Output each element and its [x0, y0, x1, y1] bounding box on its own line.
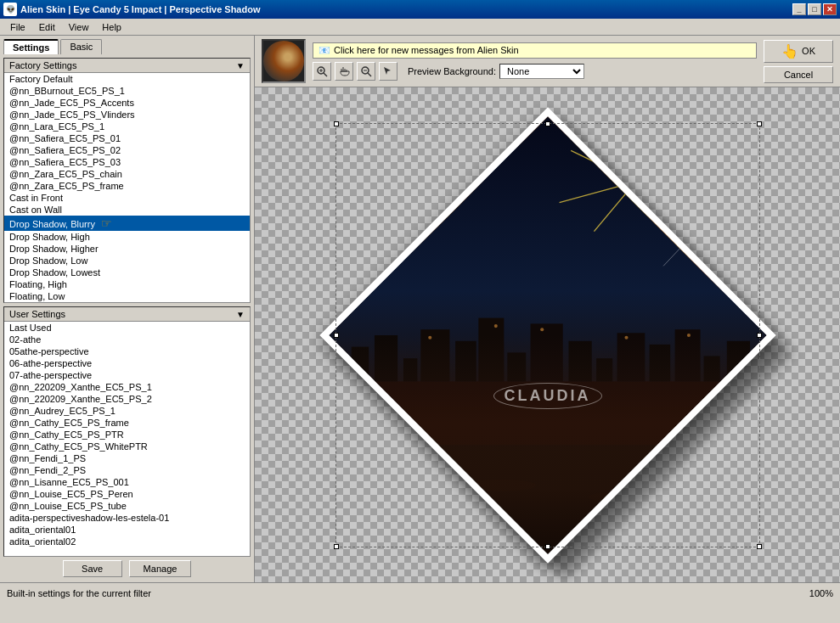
zoom-icon — [316, 65, 328, 77]
svg-line-5 — [368, 73, 371, 76]
message-text: Click here for new messages from Alien S… — [334, 45, 519, 55]
zoom-tool-button[interactable] — [313, 62, 331, 81]
app-icon: 👽 — [3, 3, 17, 16]
list-item[interactable]: @nn_Fendi_2_PS — [4, 464, 250, 476]
list-item[interactable]: @nn_Audrey_EC5_PS_1 — [4, 405, 250, 417]
list-item[interactable]: @nn_Lara_EC5_PS_1 — [4, 121, 250, 132]
magnify-icon — [360, 65, 372, 77]
diamond-container — [386, 174, 709, 497]
list-item[interactable]: @nn_Jade_EC5_PS_Vlinders — [4, 109, 250, 121]
preview-bg-select[interactable]: None White Black Custom — [499, 64, 584, 79]
list-item[interactable]: @nn_Louise_EC5_PS_tube — [4, 500, 250, 512]
arrow-tool-button[interactable] — [379, 62, 397, 81]
maximize-button[interactable]: □ — [808, 3, 821, 15]
ok-hand-icon: 👆 — [781, 43, 798, 59]
arrow-icon — [382, 65, 394, 77]
list-item[interactable]: @nn_Cathy_EC5_PS_WhitePTR — [4, 441, 250, 452]
menu-help[interactable]: Help — [95, 20, 128, 34]
factory-settings-label: Factory Settings — [9, 60, 76, 70]
message-bar: 📧 Click here for new messages from Alien… — [313, 42, 757, 81]
list-item[interactable]: Drop Shadow, High — [4, 231, 250, 243]
menu-view[interactable]: View — [62, 20, 96, 34]
user-settings-header: User Settings ▼ — [4, 307, 250, 322]
bottom-buttons: Save Manage — [3, 557, 251, 579]
fireworks-image — [328, 115, 767, 554]
list-item[interactable]: @nn_Cathy_EC5_PS_PTR — [4, 429, 250, 441]
preview-area[interactable]: CLAUDIA — [255, 87, 840, 582]
ok-button[interactable]: 👆 OK — [764, 40, 833, 63]
list-item[interactable]: adita-perspectiveshadow-les-estela-01 — [4, 512, 250, 524]
list-item[interactable]: 05athe-perspective — [4, 345, 250, 357]
selection-arrow-icon: ☞ — [101, 216, 112, 230]
list-item[interactable]: @nn_Lisanne_EC5_PS_001 — [4, 476, 250, 488]
list-item[interactable]: adita_oriental02 — [4, 536, 250, 547]
list-item[interactable]: Floating, High — [4, 278, 250, 290]
hand-icon — [338, 65, 350, 77]
list-item[interactable]: @nn_220209_Xanthe_EC5_PS_1 — [4, 381, 250, 393]
magnify-tool-button[interactable] — [357, 62, 375, 81]
scroll-icon[interactable]: ▼ — [236, 61, 245, 70]
svg-line-1 — [324, 73, 327, 76]
save-button[interactable]: Save — [63, 560, 122, 577]
preview-thumb-image — [263, 41, 304, 81]
message-icon: 📧 — [319, 45, 330, 56]
minimize-button[interactable]: _ — [792, 3, 806, 15]
list-item[interactable]: Drop Shadow, Low — [4, 255, 250, 267]
list-item[interactable]: @nn_Cathy_EC5_PS_frame — [4, 417, 250, 429]
main-container: Settings Basic Factory Settings ▼ Factor… — [0, 36, 840, 582]
list-item[interactable]: Cast in Front — [4, 192, 250, 204]
list-item[interactable]: @nn_BBurnout_EC5_PS_1 — [4, 85, 250, 97]
user-scroll-icon[interactable]: ▼ — [236, 310, 245, 319]
list-item[interactable]: @nn_Fendi_1_PS — [4, 452, 250, 464]
list-item[interactable]: Factory Default — [4, 73, 250, 85]
cancel-button[interactable]: Cancel — [764, 66, 833, 83]
list-item[interactable]: Floating, Low — [4, 290, 250, 302]
list-item[interactable]: @nn_Louise_EC5_PS_Peren — [4, 488, 250, 500]
factory-settings-scroll[interactable]: Factory Default @nn_BBurnout_EC5_PS_1 @n… — [4, 73, 250, 302]
factory-settings-header: Factory Settings ▼ — [4, 59, 250, 73]
tab-basic[interactable]: Basic — [60, 39, 102, 54]
list-item[interactable]: 02-athe — [4, 334, 250, 345]
diamond-inner — [328, 115, 767, 554]
close-button[interactable]: ✕ — [823, 3, 837, 15]
top-bar: 📧 Click here for new messages from Alien… — [255, 36, 840, 87]
left-panel: Settings Basic Factory Settings ▼ Factor… — [0, 36, 255, 582]
title-bar: 👽 Alien Skin | Eye Candy 5 Impact | Pers… — [0, 0, 840, 19]
list-item[interactable]: adita_oriental01 — [4, 524, 250, 536]
factory-settings-section: Factory Settings ▼ Factory Default @nn_B… — [3, 58, 251, 303]
list-item[interactable]: @nn_Safiera_EC5_PS_03 — [4, 156, 250, 168]
list-item[interactable]: Drop Shadow, Higher — [4, 243, 250, 255]
status-text: Built-in settings for the current filter — [7, 588, 151, 598]
user-settings-section: User Settings ▼ Last Used 02-athe 05athe… — [3, 306, 251, 557]
list-item[interactable]: @nn_Zara_EC5_PS_frame — [4, 180, 250, 192]
title-text: Alien Skin | Eye Candy 5 Impact | Perspe… — [20, 4, 260, 14]
list-item[interactable]: @nn_220209_Xanthe_EC5_PS_2 — [4, 393, 250, 405]
list-item[interactable]: 06-athe-perspective — [4, 357, 250, 369]
diamond-frame — [319, 107, 775, 563]
list-item-selected[interactable]: Drop Shadow, Blurry ☞ — [4, 216, 250, 231]
user-settings-scroll[interactable]: Last Used 02-athe 05athe-perspective 06-… — [4, 322, 250, 556]
svg-line-18 — [651, 185, 701, 226]
list-item[interactable]: Drop Shadow, Lowest — [4, 267, 250, 278]
menu-edit[interactable]: Edit — [32, 20, 62, 34]
tools-row: Preview Background: None White Black Cus… — [313, 62, 757, 81]
menu-bar: File Edit View Help — [0, 19, 840, 36]
hand-tool-button[interactable] — [335, 62, 353, 81]
list-item[interactable]: Cast on Wall — [4, 204, 250, 216]
list-item[interactable]: @nn_Jade_EC5_PS_Accents — [4, 97, 250, 109]
preview-thumbnail — [262, 39, 306, 83]
alien-skin-message[interactable]: 📧 Click here for new messages from Alien… — [313, 42, 757, 59]
preview-bg-label: Preview Background: — [408, 66, 496, 76]
menu-file[interactable]: File — [3, 20, 32, 34]
title-controls[interactable]: _ □ ✕ — [792, 3, 837, 15]
list-item[interactable]: Last Used — [4, 322, 250, 334]
tab-settings[interactable]: Settings — [3, 39, 59, 54]
manage-button[interactable]: Manage — [129, 560, 192, 577]
ok-cancel-area: 👆 OK Cancel — [764, 40, 833, 83]
svg-line-13 — [635, 182, 721, 208]
list-item[interactable]: @nn_Safiera_EC5_PS_01 — [4, 132, 250, 144]
list-item[interactable]: @nn_Zara_EC5_PS_chain — [4, 168, 250, 180]
list-item[interactable]: 07-athe-perspective — [4, 369, 250, 381]
ok-label: OK — [802, 46, 815, 56]
list-item[interactable]: @nn_Safiera_EC5_PS_02 — [4, 144, 250, 156]
